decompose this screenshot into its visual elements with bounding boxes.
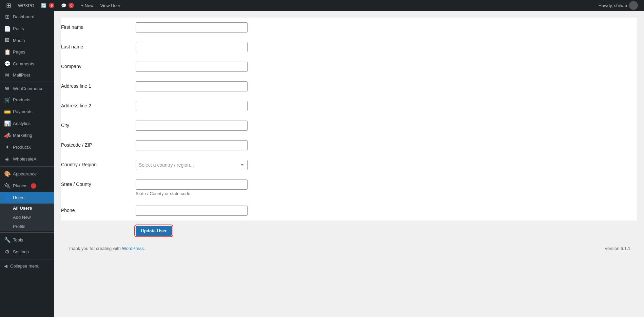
analytics-icon: 📊	[4, 120, 10, 127]
new-label: + New	[81, 3, 93, 8]
select-country[interactable]: Select a country / region...	[136, 160, 248, 170]
sidebar-item-productx[interactable]: ✦ ProductX	[0, 141, 54, 153]
sidebar-item-settings[interactable]: ⚙ Settings	[0, 246, 54, 258]
sidebar-item-products[interactable]: 🛒 Products	[0, 94, 54, 106]
sidebar-label-posts: Posts	[13, 26, 24, 31]
sidebar-item-plugins[interactable]: 🔌 Plugins	[0, 180, 54, 192]
updates-icon: 🔄	[41, 3, 46, 8]
appearance-icon: 🎨	[4, 171, 10, 177]
sidebar: ⊞ Dashboard 📄 Posts 🖼 Media 📋 Pages 💬 Co…	[0, 11, 54, 317]
sidebar-item-media[interactable]: 🖼 Media	[0, 35, 54, 46]
sidebar-item-analytics[interactable]: 📊 Analytics	[0, 118, 54, 129]
wp-logo-icon: ⊞	[6, 2, 11, 9]
adminbar-new[interactable]: + New	[77, 0, 97, 11]
sidebar-item-posts[interactable]: 📄 Posts	[0, 23, 54, 35]
update-user-wrapper: Update User	[61, 220, 637, 242]
sidebar-label-products: Products	[13, 97, 30, 102]
sidebar-label-plugins: Plugins	[13, 183, 27, 188]
field-state: State / County or state code	[136, 179, 637, 196]
comments-menu-icon: 💬	[4, 61, 10, 67]
sidebar-label-mailpoet: MailPoet	[13, 72, 30, 78]
sidebar-item-comments[interactable]: 💬 Comments	[0, 58, 54, 70]
adminbar-updates[interactable]: 🔄 9	[38, 0, 58, 11]
sidebar-item-users[interactable]: 👤 Users	[0, 192, 54, 204]
form-row-company: Company	[61, 57, 637, 77]
avatar	[629, 1, 638, 10]
label-address-1: Address line 1	[61, 81, 136, 89]
label-address-2: Address line 2	[61, 101, 136, 108]
howdy-text: Howdy, shihab	[599, 3, 627, 8]
user-form: First name Last name Company	[61, 18, 637, 220]
field-city	[136, 121, 637, 131]
submenu-all-users[interactable]: All Users	[0, 204, 54, 213]
update-user-button[interactable]: Update User	[136, 226, 172, 236]
sidebar-item-marketing[interactable]: 📣 Marketing	[0, 129, 54, 141]
tools-icon: 🔧	[4, 237, 10, 243]
settings-icon: ⚙	[4, 249, 10, 255]
plugins-icon: 🔌	[4, 183, 10, 189]
adminbar-wp-logo[interactable]: ⊞	[3, 0, 15, 11]
input-postcode[interactable]	[136, 140, 248, 150]
collapse-icon: ◀	[4, 263, 7, 269]
collapse-menu-button[interactable]: ◀ Collapse menu	[0, 261, 54, 271]
input-first-name[interactable]	[136, 22, 248, 33]
sidebar-label-appearance: Appearance	[13, 171, 37, 176]
input-city[interactable]	[136, 121, 248, 131]
field-phone	[136, 206, 637, 216]
input-company[interactable]	[136, 62, 248, 72]
adminbar-comments[interactable]: 💬 0	[58, 0, 77, 11]
admin-bar: ⊞ WPXPO 🔄 9 💬 0 + New View User Howdy, s…	[0, 0, 644, 11]
sidebar-item-mailpoet[interactable]: M MailPoet	[0, 70, 54, 80]
sidebar-label-comments: Comments	[13, 61, 34, 66]
sidebar-label-dashboard: Dashboard	[13, 14, 35, 19]
input-address-2[interactable]	[136, 101, 248, 111]
products-icon: 🛒	[4, 97, 10, 103]
adminbar-view-user[interactable]: View User	[97, 0, 124, 11]
input-address-1[interactable]	[136, 81, 248, 91]
field-company	[136, 62, 637, 72]
form-row-address-1: Address line 1	[61, 77, 637, 96]
payments-icon: 💳	[4, 108, 10, 115]
footer-period: .	[144, 246, 145, 251]
adminbar-howdy[interactable]: Howdy, shihab	[595, 1, 641, 10]
posts-icon: 📄	[4, 25, 10, 32]
profile-label: Profile	[13, 224, 25, 229]
sidebar-item-tools[interactable]: 🔧 Tools	[0, 234, 54, 246]
field-last-name	[136, 42, 637, 52]
view-user-label: View User	[100, 3, 120, 8]
footer-thank-you: Thank you for creating with	[68, 246, 121, 251]
sidebar-label-media: Media	[13, 38, 25, 43]
label-postcode: Postcode / ZIP	[61, 140, 136, 148]
sidebar-item-appearance[interactable]: 🎨 Appearance	[0, 168, 54, 180]
input-last-name[interactable]	[136, 42, 248, 52]
submenu-profile[interactable]: Profile	[0, 222, 54, 231]
all-users-label: All Users	[13, 206, 32, 211]
footer-wordpress-link[interactable]: WordPress	[122, 246, 144, 251]
mailpoet-icon: M	[4, 72, 10, 78]
marketing-icon: 📣	[4, 132, 10, 139]
label-first-name: First name	[61, 22, 136, 30]
sidebar-label-marketing: Marketing	[13, 133, 32, 138]
sidebar-label-settings: Settings	[13, 249, 29, 254]
sidebar-item-payments[interactable]: 💳 Payments	[0, 106, 54, 118]
form-row-country: Country / Region Select a country / regi…	[61, 155, 637, 175]
wholesalex-icon: ◈	[4, 156, 10, 162]
input-state[interactable]	[136, 179, 248, 190]
input-phone[interactable]	[136, 206, 248, 216]
media-icon: 🖼	[4, 37, 10, 43]
submenu-add-new[interactable]: Add New	[0, 213, 54, 222]
sidebar-item-woocommerce[interactable]: W WooCommerce	[0, 83, 54, 94]
sidebar-item-wholesalex[interactable]: ◈ WholesaleX	[0, 153, 54, 165]
sidebar-label-productx: ProductX	[13, 145, 31, 150]
form-row-state: State / County State / County or state c…	[61, 175, 637, 201]
adminbar-site-name[interactable]: WPXPO	[15, 0, 38, 11]
sidebar-label-payments: Payments	[13, 109, 33, 114]
plugins-badge	[31, 183, 36, 189]
field-address-2	[136, 101, 637, 111]
sidebar-item-pages[interactable]: 📋 Pages	[0, 46, 54, 58]
main-content: First name Last name Company	[54, 11, 644, 317]
footer-credit: Thank you for creating with WordPress.	[68, 246, 145, 251]
sidebar-label-pages: Pages	[13, 49, 25, 55]
dashboard-icon: ⊞	[4, 14, 10, 20]
sidebar-item-dashboard[interactable]: ⊞ Dashboard	[0, 11, 54, 23]
